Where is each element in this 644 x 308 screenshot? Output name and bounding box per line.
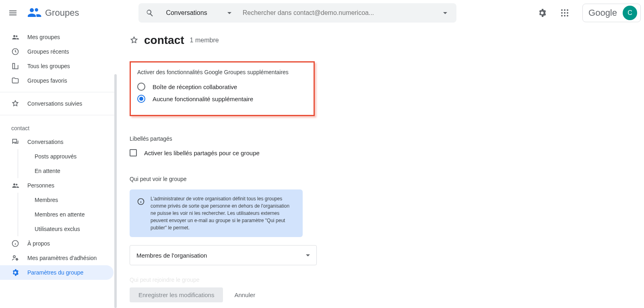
gear-icon [537, 8, 547, 18]
radio-label: Aucune fonctionnalité supplémentaire [153, 96, 253, 102]
cancel-button[interactable]: Annuler [231, 287, 258, 302]
radio-label: Boîte de réception collaborative [153, 83, 237, 90]
sidebar-item-members[interactable]: Membres [0, 193, 114, 207]
product-name: Groupes [45, 8, 79, 18]
app-header: Groupes Conversations Google C [0, 0, 644, 26]
form-footer: Enregistrer les modifications Annuler [130, 287, 644, 302]
search-scope-dropdown[interactable]: Conversations [161, 9, 236, 17]
radio-no-additional[interactable]: Aucune fonctionnalité supplémentaire [137, 95, 307, 103]
chevron-down-icon [306, 254, 310, 256]
people-icon [11, 181, 19, 189]
visibility-select[interactable]: Membres de l'organisation [130, 245, 317, 265]
hamburger-icon [8, 8, 18, 18]
sidebar-item-approved-posts[interactable]: Posts approuvés [0, 149, 114, 164]
main-content: contact 1 membre Activer des fonctionnal… [117, 26, 644, 308]
sidebar-item-all-groups[interactable]: Tous les groupes [0, 59, 114, 73]
apps-grid-icon [560, 8, 570, 18]
main-menu-button[interactable] [3, 3, 23, 23]
star-outline-icon [11, 100, 19, 108]
search-scope-label: Conversations [166, 9, 207, 17]
admin-info-banner: L'administrateur de votre organisation d… [130, 189, 303, 237]
avatar[interactable]: C [623, 6, 637, 20]
product-logo[interactable]: Groupes [26, 5, 79, 21]
groups-logo-icon [26, 5, 42, 21]
radio-collaborative-inbox[interactable]: Boîte de réception collaborative [137, 83, 307, 91]
shared-labels-checkbox-row[interactable]: Activer les libellés partagés pour ce gr… [130, 149, 634, 156]
additional-features-section: Activer des fonctionnalités Google Group… [130, 61, 315, 116]
sidebar-group-heading: contact [0, 119, 117, 135]
sidebar-item-favorite-groups[interactable]: Groupes favoris [0, 73, 114, 88]
domain-icon [11, 62, 19, 70]
people-icon [11, 33, 19, 41]
sidebar-item-people[interactable]: Personnes [0, 178, 114, 193]
svg-point-8 [567, 15, 568, 17]
radio-button[interactable] [137, 95, 145, 103]
checkbox[interactable] [130, 149, 137, 156]
section-heading: Qui peut rejoindre le groupe [130, 277, 634, 283]
svg-point-6 [561, 15, 563, 17]
svg-point-11 [13, 256, 15, 258]
chevron-down-icon [227, 12, 231, 14]
sidebar-item-conversations[interactable]: Conversations [0, 135, 114, 149]
save-button: Enregistrer les modifications [130, 287, 223, 302]
sidebar-item-starred-conversations[interactable]: Conversations suivies [0, 96, 114, 111]
svg-point-0 [561, 9, 563, 11]
chat-icon [11, 138, 19, 146]
info-text: L'administrateur de votre organisation d… [151, 195, 295, 231]
sidebar: Mes groupes Groupes récents Tous les gro… [0, 26, 117, 308]
account-switcher[interactable]: Google C [582, 4, 641, 22]
sidebar-item-recent-groups[interactable]: Groupes récents [0, 44, 114, 59]
svg-point-1 [564, 9, 566, 11]
sidebar-item-pending-members[interactable]: Membres en attente [0, 207, 114, 222]
member-count[interactable]: 1 membre [190, 37, 219, 44]
sidebar-item-pending[interactable]: En attente [0, 164, 114, 178]
section-heading: Libellés partagés [130, 135, 634, 142]
clock-icon [11, 48, 19, 56]
sidebar-item-group-settings[interactable]: Paramètres du groupe [0, 265, 114, 280]
svg-point-7 [564, 15, 566, 17]
search-options-button[interactable] [437, 12, 453, 14]
section-heading: Activer des fonctionnalités Google Group… [137, 69, 307, 75]
svg-point-4 [564, 12, 566, 14]
radio-button[interactable] [137, 83, 145, 91]
search-icon [145, 8, 155, 18]
google-logo: Google [588, 8, 617, 18]
checkbox-label: Activer les libellés partagés pour ce gr… [144, 150, 260, 156]
section-heading: Qui peut voir le groupe [130, 176, 634, 182]
info-icon [137, 198, 145, 206]
settings-button[interactable] [533, 3, 552, 23]
info-icon [11, 239, 19, 248]
select-value: Membres de l'organisation [136, 252, 207, 259]
star-outline-icon [130, 36, 138, 45]
gear-icon [11, 268, 19, 277]
svg-point-5 [567, 12, 568, 14]
svg-point-2 [567, 9, 568, 11]
user-gear-icon [11, 254, 19, 262]
folder-star-icon [11, 77, 19, 85]
search-input[interactable] [239, 9, 434, 17]
apps-button[interactable] [555, 3, 574, 23]
sidebar-item-banned-users[interactable]: Utilisateurs exclus [0, 222, 114, 236]
svg-point-3 [561, 12, 563, 14]
page-title: contact [144, 34, 184, 47]
star-group-button[interactable] [130, 36, 138, 45]
sidebar-item-about[interactable]: À propos [0, 236, 114, 251]
sidebar-item-membership-settings[interactable]: Mes paramètres d'adhésion [0, 251, 114, 265]
chevron-down-icon [443, 12, 447, 14]
sidebar-item-my-groups[interactable]: Mes groupes [0, 30, 114, 44]
search-button[interactable] [142, 5, 158, 21]
search-bar: Conversations [138, 3, 456, 23]
